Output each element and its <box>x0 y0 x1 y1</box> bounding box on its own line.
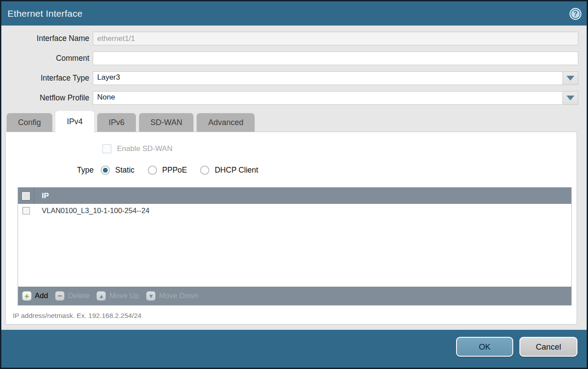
row-checkbox[interactable] <box>22 207 30 214</box>
table-row[interactable]: VLAN0100_L3_10-1-100-254--24 <box>18 204 571 218</box>
form-row-interface-type: Interface Type Layer3 <box>1 71 587 85</box>
minus-icon: − <box>55 291 65 301</box>
dialog-titlebar: Ethernet Interface ? <box>1 1 587 26</box>
interface-name-field <box>93 32 578 45</box>
interface-type-dropdown[interactable]: Layer3 <box>93 71 578 85</box>
radio-dhcp-client-label: DHCP Client <box>215 166 258 175</box>
ip-format-hint: IP address/netmask. Ex. 192.168.2.254/24 <box>13 312 577 320</box>
add-button-label: Add <box>35 292 48 300</box>
ip-table-body: VLAN0100_L3_10-1-100-254--24 <box>18 204 571 287</box>
tab-sd-wan[interactable]: SD-WAN <box>139 113 194 132</box>
netflow-profile-dropdown[interactable]: None <box>93 91 578 105</box>
move-up-button-label: Move Up <box>109 292 139 300</box>
chevron-down-icon <box>566 76 574 81</box>
enable-sdwan-checkbox[interactable] <box>102 144 111 153</box>
netflow-profile-dropdown-button[interactable] <box>562 91 578 105</box>
ethernet-interface-dialog: Ethernet Interface ? Interface Name Comm… <box>0 0 588 369</box>
radio-static-icon[interactable] <box>101 166 110 175</box>
plus-icon: + <box>22 291 32 301</box>
move-down-button-label: Move Down <box>159 292 198 300</box>
delete-button[interactable]: − Delete <box>55 291 89 301</box>
type-label: Type <box>6 166 94 175</box>
cancel-button[interactable]: Cancel <box>519 337 577 357</box>
radio-static-label: Static <box>115 166 135 175</box>
help-icon[interactable]: ? <box>570 8 581 20</box>
delete-button-label: Delete <box>68 292 89 300</box>
netflow-profile-label: Netflow Profile <box>1 93 89 103</box>
ip-cell-value[interactable]: VLAN0100_L3_10-1-100-254--24 <box>34 207 150 215</box>
ip-table-toolbar: + Add − Delete ▲ Move Up ▼ Move Down <box>18 287 571 305</box>
tab-config[interactable]: Config <box>7 113 52 132</box>
arrow-down-icon: ▼ <box>146 291 156 301</box>
chevron-down-icon <box>566 96 574 100</box>
enable-sdwan-label: Enable SD-WAN <box>117 144 172 153</box>
radio-option-pppoe[interactable]: PPPoE <box>148 166 193 175</box>
radio-pppoe-label: PPPoE <box>162 166 187 175</box>
add-button[interactable]: + Add <box>22 291 48 301</box>
interface-type-dropdown-button[interactable] <box>562 71 578 85</box>
interface-name-label: Interface Name <box>1 34 89 43</box>
move-down-button[interactable]: ▼ Move Down <box>146 291 198 301</box>
netflow-profile-value[interactable]: None <box>93 91 562 105</box>
ok-button[interactable]: OK <box>456 337 513 357</box>
tab-advanced[interactable]: Advanced <box>197 113 255 132</box>
interface-type-label: Interface Type <box>1 74 89 83</box>
tab-strip: Config IPv4 IPv6 SD-WAN Advanced <box>1 111 587 132</box>
arrow-up-icon: ▲ <box>96 291 106 301</box>
comment-label: Comment <box>1 54 89 63</box>
ip-table: IP VLAN0100_L3_10-1-100-254--24 + Add <box>18 187 572 306</box>
dialog-content: Interface Name Comment Interface Type La… <box>1 26 587 330</box>
ipv4-tab-panel: Enable SD-WAN Type Static PPPoE DHCP Cli… <box>5 132 577 325</box>
tab-ipv6[interactable]: IPv6 <box>97 113 136 132</box>
select-all-checkbox[interactable] <box>22 192 30 200</box>
ip-column-header[interactable]: IP <box>34 192 49 200</box>
comment-field[interactable] <box>93 52 578 65</box>
radio-dhcp-client-icon[interactable] <box>200 166 209 175</box>
tab-ipv4[interactable]: IPv4 <box>55 111 94 132</box>
dialog-footer: OK Cancel <box>1 330 587 368</box>
dialog-title: Ethernet Interface <box>7 8 83 19</box>
ip-table-header: IP <box>18 188 571 204</box>
move-up-button[interactable]: ▲ Move Up <box>96 291 139 301</box>
type-radio-group: Type Static PPPoE DHCP Client <box>6 164 577 176</box>
radio-option-static[interactable]: Static <box>101 166 141 175</box>
form-row-comment: Comment <box>1 52 587 65</box>
form-row-netflow-profile: Netflow Profile None <box>1 91 587 105</box>
enable-sdwan-row: Enable SD-WAN <box>102 144 577 154</box>
interface-type-value[interactable]: Layer3 <box>93 71 562 85</box>
form-row-interface-name: Interface Name <box>1 32 587 45</box>
radio-option-dhcp-client[interactable]: DHCP Client <box>200 166 264 175</box>
radio-pppoe-icon[interactable] <box>148 166 157 175</box>
